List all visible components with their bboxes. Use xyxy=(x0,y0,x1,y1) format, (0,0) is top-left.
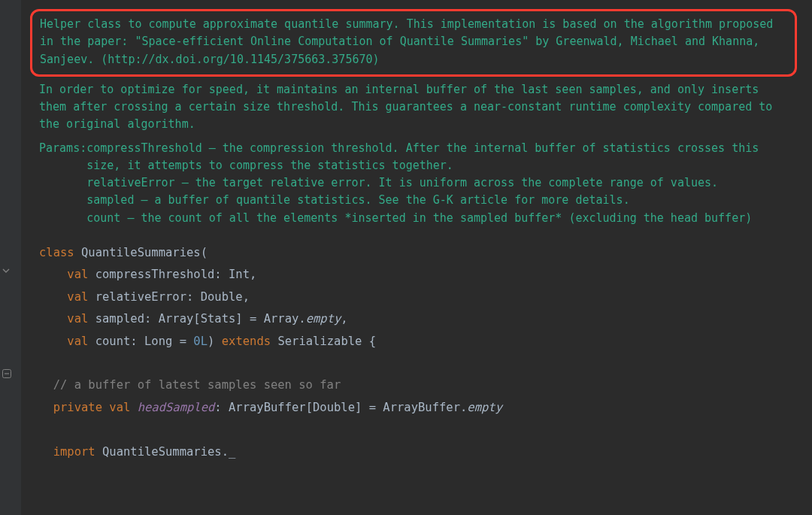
doc-params-body: compressThreshold – the compression thre… xyxy=(86,140,788,227)
comma: , xyxy=(341,312,347,326)
dot: . xyxy=(298,312,305,326)
gutter-collapse-icon[interactable] xyxy=(2,368,12,379)
type: Double xyxy=(201,290,243,304)
doc-summary-highlighted: Helper class to compute approximate quan… xyxy=(30,9,797,77)
gutter-marker-icon[interactable] xyxy=(2,266,11,275)
keyword-val: val xyxy=(67,290,88,304)
type: ArrayBuffer[Double] xyxy=(229,401,362,414)
import-target: QuantileSummaries._ xyxy=(102,445,235,459)
param-name: sampled xyxy=(95,312,144,326)
param-name: compressThreshold xyxy=(95,268,215,281)
method: empty xyxy=(467,401,502,414)
editor-gutter xyxy=(0,0,21,515)
doc-param: compressThreshold – the compression thre… xyxy=(86,140,788,175)
comma: , xyxy=(243,290,250,304)
paren: ( xyxy=(201,246,208,259)
doc-param: count – the count of all the elements *i… xyxy=(86,210,788,227)
param-name: count xyxy=(95,335,131,348)
class-name: QuantileSummaries xyxy=(81,246,201,259)
param-name: relativeError xyxy=(95,290,186,304)
colon: : xyxy=(214,401,221,414)
keyword-val: val xyxy=(67,312,88,326)
keyword-private: private xyxy=(53,401,102,414)
object: ArrayBuffer xyxy=(383,401,460,414)
keyword-val: val xyxy=(67,335,88,348)
keyword-val: val xyxy=(67,268,88,281)
doc-params: Params: compressThreshold – the compress… xyxy=(39,140,788,227)
comment: // a buffer of latest samples seen so fa… xyxy=(53,378,341,392)
colon: : xyxy=(214,268,221,281)
doc-summary-text: Helper class to compute approximate quan… xyxy=(40,17,773,66)
brace: { xyxy=(369,335,376,348)
doc-param: sampled – a buffer of quantile statistic… xyxy=(86,192,788,209)
doc-params-label: Params: xyxy=(39,140,86,227)
equals: = xyxy=(243,312,264,326)
comma: , xyxy=(250,268,256,281)
method: empty xyxy=(306,312,341,326)
paren: ) xyxy=(208,335,214,348)
doc-popup: Helper class to compute approximate quan… xyxy=(21,0,812,236)
equals: = xyxy=(362,401,383,414)
equals: = xyxy=(172,335,193,348)
object: Array xyxy=(264,312,299,326)
doc-paragraph-text: In order to optimize for speed, it maint… xyxy=(39,83,772,132)
keyword-import: import xyxy=(53,445,95,459)
colon: : xyxy=(144,312,151,326)
field-name: headSampled xyxy=(138,401,215,414)
keyword-extends: extends xyxy=(222,335,271,348)
keyword-val: val xyxy=(109,401,130,414)
type: Serializable xyxy=(277,335,362,348)
type: Long xyxy=(144,335,172,348)
keyword-class: class xyxy=(39,246,74,259)
type: Int xyxy=(229,268,250,281)
code-editor[interactable]: class QuantileSummaries( val compressThr… xyxy=(21,236,812,463)
doc-param: relativeError – the target relative erro… xyxy=(86,174,788,192)
colon: : xyxy=(130,335,137,348)
doc-paragraph: In order to optimize for speed, it maint… xyxy=(39,81,788,134)
type: Array[Stats] xyxy=(159,312,243,326)
literal: 0L xyxy=(193,335,208,348)
colon: : xyxy=(186,290,193,304)
dot: . xyxy=(460,401,467,414)
